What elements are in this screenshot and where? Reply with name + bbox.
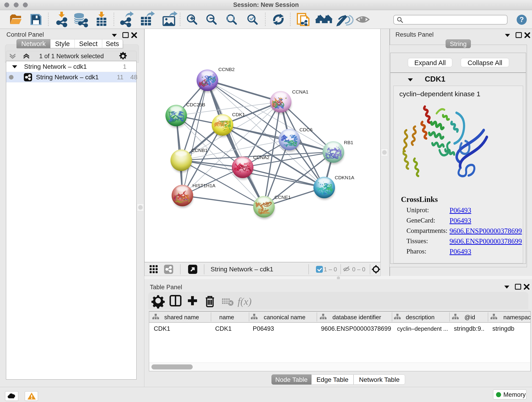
svg-text:CDKN1A: CDKN1A (335, 175, 354, 180)
svg-text:CDC6: CDC6 (299, 127, 312, 132)
svg-text:description: description (406, 314, 435, 321)
svg-text:canonical name: canonical name (264, 314, 305, 321)
svg-text:namespac: namespac (503, 314, 530, 321)
svg-text:9606.ENSP00000378699: 9606.ENSP00000378699 (321, 325, 391, 332)
svg-text:name: name (219, 314, 234, 321)
svg-text:CDK1: CDK1 (215, 325, 232, 332)
svg-text:CDK1: CDK1 (232, 112, 245, 117)
svg-text:P06493: P06493 (253, 325, 274, 332)
svg-text:CDK1: CDK1 (154, 325, 170, 332)
svg-text:CCNA2: CCNA2 (253, 155, 269, 160)
svg-text:1 – 0: 1 – 0 (324, 266, 337, 273)
svg-text:shared name: shared name (164, 314, 199, 321)
svg-text:stringdb:9...: stringdb:9... (454, 325, 486, 332)
svg-text:CDC25B: CDC25B (186, 102, 205, 107)
svg-text:HIST1H1A: HIST1H1A (192, 183, 215, 188)
svg-text:@id: @id (464, 314, 475, 321)
svg-text:f(x): f(x) (238, 296, 252, 307)
svg-text:CCNE1: CCNE1 (274, 195, 291, 200)
svg-text:String Network – cdk1: String Network – cdk1 (210, 266, 273, 273)
svg-text:database identifier: database identifier (332, 314, 381, 321)
svg-text:cyclin–dependent ...: cyclin–dependent ... (397, 325, 448, 332)
svg-text:RB1: RB1 (344, 140, 353, 145)
svg-text:0 – 0: 0 – 0 (352, 266, 365, 273)
svg-text:CCNB2: CCNB2 (218, 67, 234, 72)
svg-text:CCNA1: CCNA1 (292, 89, 308, 95)
svg-text:CCNB1: CCNB1 (191, 148, 208, 153)
svg-text:stringdb: stringdb (492, 325, 514, 332)
